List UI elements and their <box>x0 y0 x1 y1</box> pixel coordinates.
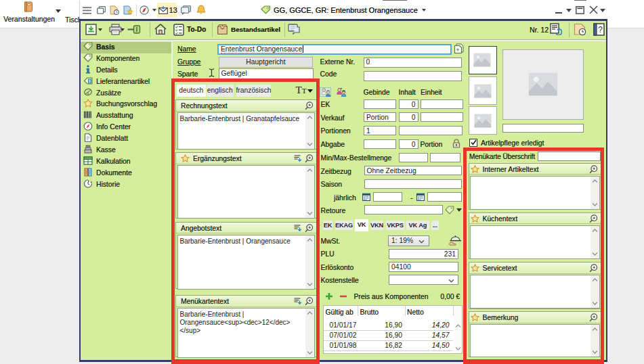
svg-text:?: ? <box>598 25 603 35</box>
